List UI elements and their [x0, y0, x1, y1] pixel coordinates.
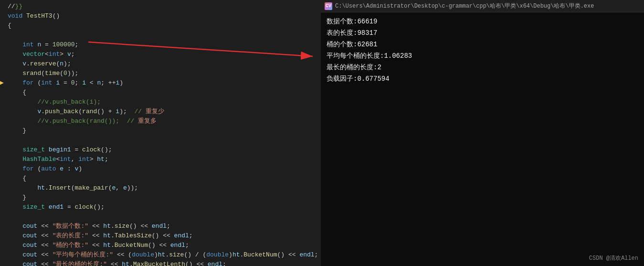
code-line [0, 31, 321, 40]
code-line: cout << "平均每个桶的长度:" << (double)ht.size()… [0, 250, 321, 260]
terminal-title: C:\Users\Administrator\Desktop\c-grammar… [335, 2, 594, 10]
code-text: size_t end1 = clock(); [8, 202, 317, 212]
code-line: cout << "最长的桶的长度:" << ht.MaxBucketLenth(… [0, 260, 321, 266]
terminal-output-line: 桶的个数:62681 [327, 39, 638, 50]
code-line: { [0, 174, 321, 183]
terminal-label: 负载因子: [327, 75, 357, 83]
code-text: int n = 100000; [8, 40, 317, 50]
terminal-value: 66619 [357, 18, 377, 25]
code-line: } [0, 126, 321, 136]
code-text: v.push_back(rand() + i); // 重复少 [8, 107, 317, 117]
code-text: { [8, 174, 317, 183]
code-line: int n = 100000; [0, 40, 321, 50]
line-arrow: ▶ [0, 78, 8, 88]
code-line: ht.Insert(make_pair(e, e)); [0, 183, 321, 193]
terminal-value: 2 [377, 64, 381, 71]
code-line [0, 136, 321, 145]
code-text: //v.push_back(rand()); // 重复多 [8, 117, 317, 126]
code-text: cout << "桶的个数:" << ht.BucketNum() << end… [8, 241, 317, 250]
terminal-output-line: 平均每个桶的长度:1.06283 [327, 51, 638, 61]
code-text: HashTable<int, int> ht; [8, 155, 317, 164]
code-line [0, 212, 321, 222]
code-text: cout << "最长的桶的长度:" << ht.MaxBucketLenth(… [8, 260, 317, 266]
code-text: vector<int> v; [8, 50, 317, 59]
code-line: vector<int> v; [0, 50, 321, 59]
code-line: cout << "桶的个数:" << ht.BucketNum() << end… [0, 241, 321, 250]
code-text: cout << "平均每个桶的长度:" << (double)ht.size()… [8, 250, 318, 260]
code-text: //}} [8, 2, 317, 11]
code-text: v.reserve(n); [8, 59, 317, 69]
code-line: for (auto e : v) [0, 164, 321, 174]
terminal-titlebar: CV C:\Users\Administrator\Desktop\c-gram… [321, 0, 644, 12]
code-text: void TestHT3() [8, 11, 317, 21]
code-text: cout << "表的长度:" << ht.TablesSize() << en… [8, 231, 317, 241]
code-text: for (int i = 0; i < n; ++i) [8, 78, 317, 88]
code-text: { [8, 88, 317, 97]
terminal-label: 桶的个数: [327, 41, 357, 48]
code-text: //v.push_back(i); [8, 97, 317, 107]
code-text: srand(time(0)); [8, 69, 317, 78]
terminal-value: 98317 [357, 29, 377, 37]
code-line: cout << "表的长度:" << ht.TablesSize() << en… [0, 231, 321, 241]
code-line: { [0, 88, 321, 97]
terminal-label: 平均每个桶的长度: [327, 52, 384, 60]
code-line: void TestHT3() [0, 11, 321, 21]
code-text: for (auto e : v) [8, 164, 317, 174]
terminal-icon: CV [325, 2, 332, 10]
terminal-output-line: 数据个数:66619 [327, 16, 638, 27]
code-text: cout << "数据个数:" << ht.size() << endl; [8, 222, 317, 231]
code-line: HashTable<int, int> ht; [0, 155, 321, 164]
terminal-output-line: 最长的桶的长度:2 [327, 62, 638, 73]
terminal-label: 数据个数: [327, 18, 357, 25]
code-text: size_t begin1 = clock(); [8, 145, 317, 155]
terminal-value: 62681 [357, 41, 377, 48]
code-editor: //}}void TestHT3(){ int n = 100000; vect… [0, 0, 321, 266]
code-text: { [8, 21, 317, 31]
code-text: } [8, 126, 317, 136]
code-line: { [0, 21, 321, 31]
terminal-output-line: 负载因子:0.677594 [327, 74, 638, 84]
code-line: //v.push_back(rand()); // 重复多 [0, 117, 321, 126]
terminal-label: 最长的桶的长度: [327, 64, 377, 71]
code-line: //}} [0, 2, 321, 11]
code-line: ▶ for (int i = 0; i < n; ++i) [0, 78, 321, 88]
terminal-label: 表的长度: [327, 29, 357, 37]
code-line: } [0, 193, 321, 202]
terminal-body: 数据个数:66619表的长度:98317桶的个数:62681平均每个桶的长度:1… [321, 12, 644, 266]
code-text: } [8, 193, 317, 202]
code-line: size_t begin1 = clock(); [0, 145, 321, 155]
code-line: size_t end1 = clock(); [0, 202, 321, 212]
terminal-footer: CSDN @清欢Allen [589, 254, 638, 262]
code-line: cout << "数据个数:" << ht.size() << endl; [0, 222, 321, 231]
terminal-value: 1.06283 [384, 52, 412, 60]
terminal-output-line: 表的长度:98317 [327, 28, 638, 38]
terminal-panel: CV C:\Users\Administrator\Desktop\c-gram… [321, 0, 644, 266]
code-line: //v.push_back(i); [0, 97, 321, 107]
code-line: srand(time(0)); [0, 69, 321, 78]
code-content: //}}void TestHT3(){ int n = 100000; vect… [0, 0, 321, 266]
code-line: v.push_back(rand() + i); // 重复少 [0, 107, 321, 117]
terminal-value: 0.677594 [357, 75, 389, 83]
code-text: ht.Insert(make_pair(e, e)); [8, 183, 317, 193]
code-line: v.reserve(n); [0, 59, 321, 69]
